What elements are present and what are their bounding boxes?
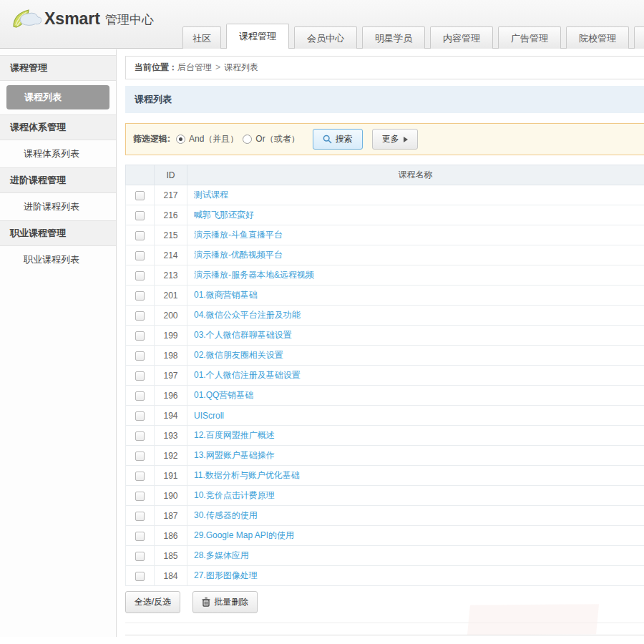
course-link[interactable]: 13.网盟账户基础操作 [194,450,275,460]
nav-tab-1[interactable]: 社区 [182,26,221,49]
row-checkbox[interactable] [135,311,145,321]
course-name-cell: 03.个人微信群聊基础设置 [187,326,644,346]
row-checkbox[interactable] [135,251,145,260]
sidebar-section-title: 课程管理 [0,55,116,81]
nav-tab-8[interactable]: 权限管理 [634,26,644,49]
filter-bar: 筛选逻辑: And（并且） Or（或者） 搜索 更多 [125,123,644,155]
course-link[interactable]: 02.微信朋友圈相关设置 [194,350,283,360]
row-checkbox[interactable] [135,552,145,561]
course-name-cell: 喊郭飞那还蛮好 [187,205,644,225]
course-link[interactable]: 10.竞价点击计费原理 [194,490,275,500]
page-bottom-border [125,635,644,635]
course-link[interactable]: 27.图形图像处理 [194,570,258,580]
row-checkbox[interactable] [135,291,145,301]
row-checkbox[interactable] [135,211,145,220]
course-id: 196 [155,386,187,406]
course-link[interactable]: 11.数据分析与账户优化基础 [194,470,300,480]
course-link[interactable]: 12.百度网盟推广概述 [194,430,275,440]
breadcrumb-separator: > [215,62,220,72]
course-link[interactable]: 演示播放-优酷视频平台 [194,250,283,260]
course-name-cell: 29.Google Map API的使用 [187,526,644,546]
select-all-button[interactable]: 全选/反选 [125,591,180,613]
course-link[interactable]: 01.微商营销基础 [194,290,258,300]
nav-tab-6[interactable]: 广告管理 [498,26,561,49]
course-link[interactable]: 喊郭飞那还蛮好 [194,210,254,220]
batch-delete-button[interactable]: 批量删除 [192,591,258,613]
course-link[interactable]: 30.传感器的使用 [194,510,258,520]
table-row: 214 演示播放-优酷视频平台 [126,245,644,265]
course-link[interactable]: 01.QQ营销基础 [194,390,253,400]
course-link[interactable]: 03.个人微信群聊基础设置 [194,330,292,340]
course-link[interactable]: 测试课程 [194,190,228,200]
checkbox-cell [126,566,155,586]
checkbox-cell [126,446,155,466]
row-checkbox[interactable] [135,411,145,421]
course-name-cell: 02.微信朋友圈相关设置 [187,346,644,366]
checkbox-cell [126,426,155,446]
row-checkbox[interactable] [135,431,145,441]
row-checkbox[interactable] [135,271,145,280]
more-button[interactable]: 更多 [372,129,418,150]
top-header: Xsmart 管理中心 社区课程管理会员中心明星学员内容管理广告管理院校管理权限… [0,0,644,49]
sidebar-item[interactable]: 职业课程列表 [0,246,116,273]
course-name-cell: 30.传感器的使用 [187,506,644,526]
row-checkbox[interactable] [135,371,145,381]
row-checkbox[interactable] [135,532,145,541]
row-checkbox[interactable] [135,191,145,200]
course-name-cell: 演示播放-优酷视频平台 [187,245,644,265]
course-link[interactable]: 29.Google Map API的使用 [194,530,294,540]
nav-tab-7[interactable]: 院校管理 [566,26,629,49]
nav-tab-3[interactable]: 会员中心 [294,26,357,49]
radio-or-label: Or（或者） [255,133,299,145]
course-id: 198 [155,346,187,366]
row-checkbox[interactable] [135,391,145,401]
course-link[interactable]: 04.微信公众平台注册及功能 [194,310,301,320]
course-name-cell: UIScroll [187,406,644,426]
course-id: 197 [155,366,187,386]
course-name-cell: 27.图形图像处理 [187,566,644,586]
nav-tab-5[interactable]: 内容管理 [430,26,493,49]
sidebar-item[interactable]: 课程列表 [6,85,109,109]
row-checkbox[interactable] [135,452,145,461]
row-checkbox[interactable] [135,572,145,581]
nav-tab-4[interactable]: 明星学员 [362,26,425,49]
checkbox-cell [126,346,155,366]
table-row: 184 27.图形图像处理 [126,566,644,586]
table-row: 187 30.传感器的使用 [126,506,644,526]
search-button[interactable]: 搜索 [313,129,363,150]
table-row: 196 01.QQ营销基础 [126,386,644,406]
course-id: 193 [155,426,187,446]
row-checkbox[interactable] [135,512,145,521]
sidebar-item[interactable]: 进阶课程列表 [0,193,116,220]
sidebar-section-title: 职业课程管理 [0,220,116,246]
course-link[interactable]: 演示播放-服务器本地&远程视频 [194,270,314,280]
course-name-cell: 01.微商营销基础 [187,286,644,306]
course-id: 191 [155,466,187,486]
row-checkbox[interactable] [135,492,145,501]
course-link[interactable]: 演示播放-斗鱼直播平台 [194,230,283,240]
header-checkbox-col [126,165,155,185]
radio-and[interactable]: And（并且） [176,133,238,145]
checkbox-cell [126,486,155,506]
row-checkbox[interactable] [135,472,145,481]
row-checkbox[interactable] [135,331,145,341]
row-checkbox[interactable] [135,231,145,240]
table-row: 185 28.多媒体应用 [126,546,644,566]
course-table: ID 课程名称 217 测试课程 216 喊郭飞那还蛮好 215 演示播放-斗鱼… [125,165,644,586]
breadcrumb-root[interactable]: 后台管理 [177,62,212,72]
radio-or-icon[interactable] [243,135,252,144]
course-link[interactable]: 01.个人微信注册及基础设置 [194,370,301,380]
course-link[interactable]: UIScroll [194,411,224,421]
course-id: 214 [155,245,187,265]
radio-and-icon[interactable] [176,135,185,144]
table-row: 193 12.百度网盟推广概述 [126,426,644,446]
sidebar-item[interactable]: 课程体系列表 [0,140,116,167]
course-name-cell: 13.网盟账户基础操作 [187,446,644,466]
checkbox-cell [126,526,155,546]
row-checkbox[interactable] [135,351,145,361]
table-row: 186 29.Google Map API的使用 [126,526,644,546]
radio-or[interactable]: Or（或者） [243,133,299,145]
nav-tab-2[interactable]: 课程管理 [226,24,289,49]
course-name-cell: 04.微信公众平台注册及功能 [187,306,644,326]
course-link[interactable]: 28.多媒体应用 [194,550,249,560]
